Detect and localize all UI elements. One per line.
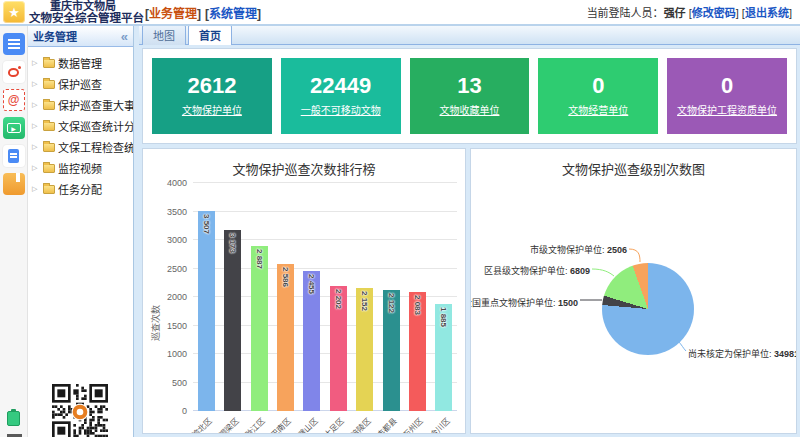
bar-璧山区: 2 455	[303, 271, 320, 411]
bar-合川区: 1 885	[435, 304, 452, 411]
sidebar-item[interactable]: ▷保护巡查重大事件	[32, 94, 133, 115]
tab-首页[interactable]: 首页	[188, 24, 232, 45]
expand-arrow-icon[interactable]: ▷	[32, 143, 40, 151]
y-tick-label: 500	[172, 378, 187, 388]
star-icon[interactable]: ★	[3, 1, 25, 23]
weibo-icon[interactable]	[3, 61, 25, 83]
qr-code	[52, 384, 108, 437]
collapse-sidebar-button[interactable]: «	[121, 30, 128, 43]
x-axis-label: 大足区	[321, 415, 346, 434]
expand-arrow-icon[interactable]: ▷	[32, 59, 40, 67]
stat-value: 0	[592, 75, 604, 97]
sidebar-header: 业务管理 «	[28, 26, 133, 47]
bar-chart-ylabel: 巡查次数	[149, 305, 162, 341]
x-axis-label: 巴南区	[268, 415, 293, 434]
user-info: 当前登陆人员：强仔 [修改密码] [退出系统]	[587, 4, 800, 20]
bar-value-label: 3 173	[228, 233, 237, 253]
stat-label: 一般不可移动文物	[301, 102, 381, 117]
bar-slot: 2 083万州区	[404, 183, 430, 411]
stat-label: 文物保护单位	[182, 102, 242, 117]
x-axis-label: 黔江区	[242, 415, 267, 434]
bar-巴南区: 2 586	[277, 264, 294, 411]
bar-value-label: 2 122	[387, 293, 396, 313]
body-row: @ ▶ 业务管理 « ▷数据管理▷保护巡查▷保护巡查重大事件▷文保巡查统计分析▷…	[0, 26, 800, 437]
sidebar-item[interactable]: ▷文保巡查统计分析	[32, 115, 133, 136]
stat-card-4[interactable]: 0文物保护工程资质单位	[667, 58, 787, 134]
folder-icon	[43, 185, 55, 194]
x-axis-label: 涪陵区	[348, 415, 373, 434]
pie-connector	[592, 269, 614, 276]
bar-chart-plot: 050010001500200025003000350040003 507渝北区…	[193, 183, 457, 411]
bar-value-label: 1 885	[439, 307, 448, 327]
icon-strip: @ ▶	[0, 26, 28, 437]
stat-value: 2612	[187, 75, 236, 97]
y-tick-label: 4000	[167, 178, 187, 188]
menu-item-1[interactable]: [系统管理]	[205, 4, 261, 21]
bar-丰都县: 2 122	[383, 290, 400, 411]
sidebar-item[interactable]: ▷监控视频	[32, 157, 133, 178]
tab-bar: 地图首页	[139, 26, 800, 45]
bar-slot: 2 202大足区	[325, 183, 351, 411]
expand-arrow-icon[interactable]: ▷	[32, 164, 40, 172]
battery-icon[interactable]	[5, 408, 23, 428]
bar-value-label: 2 202	[334, 289, 343, 309]
folder-icon	[43, 59, 55, 68]
stat-card-3[interactable]: 0文物经营单位	[538, 58, 658, 134]
platform-name: 文物安全综合管理平台	[29, 12, 137, 24]
bar-chart-title: 文物保护巡查次数排行榜	[143, 159, 465, 178]
stat-card-1[interactable]: 22449一般不可移动文物	[281, 58, 401, 134]
menu-item-0[interactable]: [业务管理]	[145, 4, 201, 21]
x-axis-label: 璧山区	[295, 415, 320, 434]
layout-icon[interactable]	[3, 33, 25, 55]
stat-value: 13	[457, 75, 481, 97]
y-tick-label: 0	[182, 406, 187, 416]
tab-地图[interactable]: 地图	[142, 24, 186, 45]
org-name: 重庆市文物局	[29, 0, 137, 12]
main-area: 地图首页 2612文物保护单位22449一般不可移动文物13文物收藏单位0文物经…	[139, 26, 800, 437]
stat-card-2[interactable]: 13文物收藏单位	[410, 58, 530, 134]
video-icon[interactable]: ▶	[3, 117, 25, 139]
app-title-block: 重庆市文物局 文物安全综合管理平台	[29, 0, 137, 24]
bar-value-label: 3 507	[202, 214, 211, 234]
y-tick-label: 3000	[167, 235, 187, 245]
app-header: ★ 重庆市文物局 文物安全综合管理平台 [业务管理][系统管理] 当前登陆人员：…	[0, 0, 800, 26]
expand-arrow-icon[interactable]: ▷	[32, 122, 40, 130]
x-axis-label: 铜梁区	[216, 415, 241, 434]
pie-label-2: 区县级文物保护单位: 6809	[484, 264, 590, 277]
sidebar-title: 业务管理	[33, 28, 77, 44]
folder-icon	[43, 164, 55, 173]
pie-label-1: 全国重点文物保护单位: 1500	[470, 296, 578, 309]
bar-value-label: 2 152	[360, 291, 369, 311]
sidebar-item[interactable]: ▷文保工程检查统计分析	[32, 136, 133, 157]
stat-card-0[interactable]: 2612文物保护单位	[152, 58, 272, 134]
sidebar-item-label: 任务分配	[58, 181, 102, 197]
document-icon[interactable]	[3, 145, 25, 167]
bar-渝北区: 3 507	[198, 211, 215, 411]
sidebar-item-label: 数据管理	[58, 55, 102, 71]
bar-value-label: 2 586	[281, 267, 290, 287]
stat-value: 0	[721, 75, 733, 97]
y-tick-label: 2500	[167, 264, 187, 274]
user-link-0[interactable]: 修改密码	[692, 7, 736, 19]
x-axis-label: 合川区	[427, 415, 452, 434]
sidebar-item[interactable]: ▷数据管理	[32, 52, 133, 73]
notebook-icon[interactable]	[3, 173, 25, 195]
at-icon[interactable]: @	[3, 89, 25, 111]
pie-label-3: 市级文物保护单位: 2506	[530, 243, 627, 256]
sidebar-item[interactable]: ▷保护巡查	[32, 73, 133, 94]
bar-chart-panel: 文物保护巡查次数排行榜 巡查次数 05001000150020002500300…	[142, 148, 466, 434]
expand-arrow-icon[interactable]: ▷	[32, 80, 40, 88]
bar-slot: 2 887黔江区	[246, 183, 272, 411]
sidebar-item[interactable]: ▷任务分配	[32, 178, 133, 199]
stat-label: 文物保护工程资质单位	[677, 102, 777, 117]
bar-黔江区: 2 887	[251, 246, 268, 411]
x-axis-label: 万州区	[400, 415, 425, 434]
expand-arrow-icon[interactable]: ▷	[32, 101, 40, 109]
folder-icon	[43, 80, 55, 89]
expand-arrow-icon[interactable]: ▷	[32, 185, 40, 193]
y-tick-label: 3500	[167, 207, 187, 217]
bar-大足区: 2 202	[330, 286, 347, 412]
bar-value-label: 2 455	[307, 274, 316, 294]
user-link-1[interactable]: 退出系统	[745, 7, 789, 19]
bar-铜梁区: 3 173	[224, 230, 241, 411]
